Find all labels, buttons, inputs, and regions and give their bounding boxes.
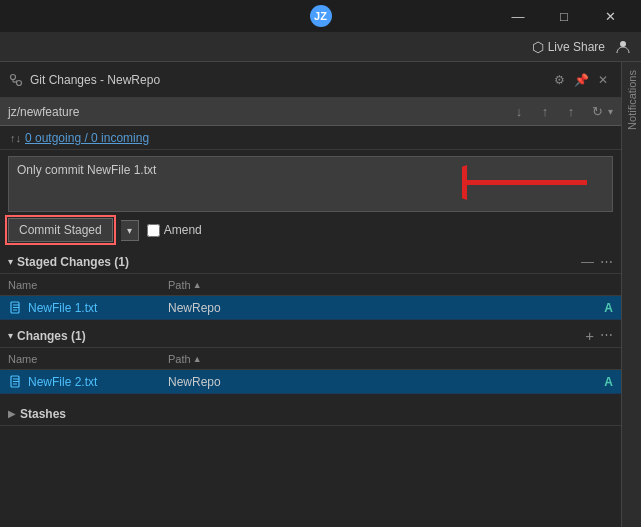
maximize-button[interactable]: □ — [541, 0, 587, 32]
changes-chevron-icon: ▾ — [8, 330, 13, 341]
commit-message-area: Only commit NewFile 1.txt — [8, 156, 613, 212]
staged-chevron-icon: ▾ — [8, 256, 13, 267]
staged-changes-section: ▾ Staged Changes (1) — ⋯ Name Path ▲ — [0, 250, 621, 320]
branch-actions: ↓ ↑ ↑ ↻ — [508, 101, 608, 123]
outgoing-icon: ↑↓ — [10, 132, 21, 144]
stashes-title: Stashes — [20, 407, 66, 421]
svg-point-1 — [11, 74, 16, 79]
pull-btn[interactable]: ↑ — [560, 101, 582, 123]
changes-file-path: NewRepo — [168, 375, 604, 389]
git-panel-title: Git Changes - NewRepo — [30, 73, 160, 87]
staged-col-header: Name Path ▲ — [0, 274, 621, 296]
changes-file-icon — [8, 374, 24, 390]
sync-btn[interactable]: ↻ — [586, 101, 608, 123]
commit-staged-button[interactable]: Commit Staged — [8, 218, 113, 242]
notifications-sidebar[interactable]: Notifications — [621, 62, 641, 527]
staged-changes-header[interactable]: ▾ Staged Changes (1) — ⋯ — [0, 250, 621, 274]
staged-file-status: A — [604, 301, 613, 315]
outgoing-row: ↑↓ 0 outgoing / 0 incoming — [0, 126, 621, 150]
live-share-icon: ⬡ — [532, 39, 544, 55]
fetch-btn[interactable]: ↓ — [508, 101, 530, 123]
toolbar-bar: ⬡ Live Share — [0, 32, 641, 62]
minimize-button[interactable]: — — [495, 0, 541, 32]
staged-file-row[interactable]: NewFile 1.txt NewRepo A — [0, 296, 621, 320]
staged-more-icon[interactable]: ⋯ — [600, 254, 613, 269]
stashes-section: ▶ Stashes — [0, 402, 621, 426]
changes-plus-icon[interactable]: + — [585, 327, 594, 344]
branch-name: jz/newfeature — [8, 105, 508, 119]
close-button[interactable]: ✕ — [587, 0, 633, 32]
outgoing-link[interactable]: 0 outgoing / 0 incoming — [25, 131, 149, 145]
staged-changes-title: Staged Changes (1) — [17, 255, 129, 269]
amend-label[interactable]: Amend — [147, 223, 202, 237]
user-icon[interactable] — [613, 37, 633, 57]
changes-file-row[interactable]: NewFile 2.txt NewRepo A — [0, 370, 621, 394]
staged-file-name: NewFile 1.txt — [28, 301, 168, 315]
changes-header[interactable]: ▾ Changes (1) + ⋯ — [0, 324, 621, 348]
svg-point-2 — [17, 80, 22, 85]
changes-col-path: Path ▲ — [168, 353, 202, 365]
changes-more-icon[interactable]: ⋯ — [600, 327, 613, 344]
settings-icon-btn[interactable]: ⚙ — [549, 70, 569, 90]
main-content: Git Changes - NewRepo ⚙ 📌 ✕ jz/newfeatur… — [0, 62, 621, 527]
branch-dropdown-icon[interactable]: ▾ — [608, 106, 613, 117]
title-bar: JZ — □ ✕ — [0, 0, 641, 32]
changes-section: ▾ Changes (1) + ⋯ Name Path ▲ — [0, 324, 621, 394]
title-bar-controls: — □ ✕ — [495, 0, 633, 32]
close-panel-btn[interactable]: ✕ — [593, 70, 613, 90]
git-icon — [8, 72, 24, 88]
changes-col-header: Name Path ▲ — [0, 348, 621, 370]
changes-file-status: A — [604, 375, 613, 389]
stashes-chevron-icon: ▶ — [8, 408, 16, 419]
staged-sort-arrow: ▲ — [193, 280, 202, 290]
file-icon — [8, 300, 24, 316]
git-changes-header: Git Changes - NewRepo ⚙ 📌 ✕ — [0, 62, 621, 98]
staged-section-actions: — ⋯ — [581, 254, 613, 269]
live-share-button[interactable]: ⬡ Live Share — [532, 39, 605, 55]
changes-sort-arrow: ▲ — [193, 354, 202, 364]
amend-text: Amend — [164, 223, 202, 237]
notifications-label[interactable]: Notifications — [626, 70, 638, 130]
commit-dropdown-button[interactable]: ▾ — [121, 220, 139, 241]
staged-file-path: NewRepo — [168, 301, 604, 315]
stashes-header[interactable]: ▶ Stashes — [0, 402, 621, 426]
branch-row: jz/newfeature ↓ ↑ ↑ ↻ ▾ — [0, 98, 621, 126]
live-share-label: Live Share — [548, 40, 605, 54]
pin-icon-btn[interactable]: 📌 — [571, 70, 591, 90]
staged-col-name: Name — [8, 279, 168, 291]
push-btn[interactable]: ↑ — [534, 101, 556, 123]
commit-btn-row: Commit Staged ▾ Amend — [0, 218, 621, 250]
changes-section-actions: + ⋯ — [585, 327, 613, 344]
staged-minus-icon[interactable]: — — [581, 254, 594, 269]
staged-col-path: Path ▲ — [168, 279, 202, 291]
changes-col-name: Name — [8, 353, 168, 365]
commit-staged-label: Commit Staged — [19, 223, 102, 237]
avatar: JZ — [310, 5, 332, 27]
svg-point-0 — [620, 41, 626, 47]
amend-checkbox[interactable] — [147, 224, 160, 237]
commit-message-input[interactable]: Only commit NewFile 1.txt — [9, 157, 612, 211]
changes-title: Changes (1) — [17, 329, 86, 343]
changes-file-name: NewFile 2.txt — [28, 375, 168, 389]
git-header-actions: ⚙ 📌 ✕ — [549, 70, 613, 90]
